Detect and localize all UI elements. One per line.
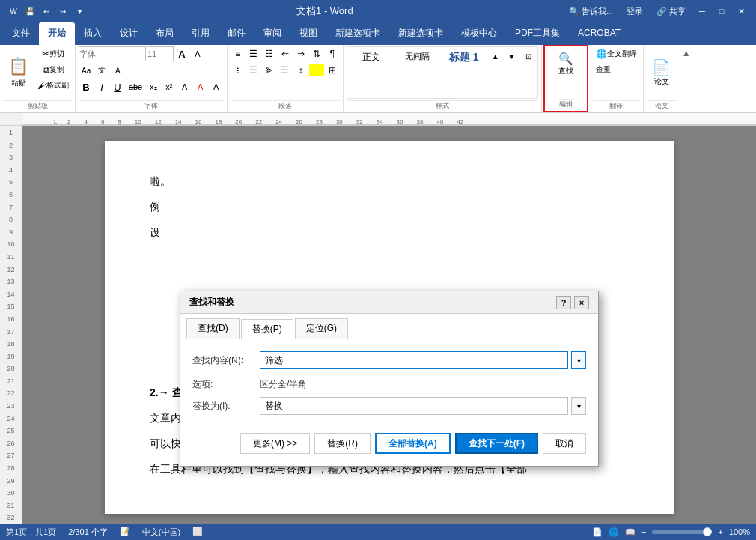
tab-new2[interactable]: 新建选项卡 — [389, 22, 452, 45]
tab-design[interactable]: 设计 — [111, 22, 147, 45]
style-no-space[interactable]: 无间隔 — [395, 49, 440, 97]
decrease-indent-button[interactable]: ⇐ — [278, 46, 293, 61]
font-label-button[interactable]: A — [110, 63, 125, 78]
close-button[interactable]: ✕ — [732, 2, 750, 20]
copy-button[interactable]: ⧉ 复制 — [34, 62, 72, 77]
group-clipboard-label: 剪贴板 — [3, 100, 72, 112]
replace-input[interactable] — [260, 397, 568, 415]
styles-expand[interactable]: ⊡ — [521, 49, 536, 64]
more-button[interactable]: 更多(M) >> — [240, 433, 310, 454]
tab-references[interactable]: 引用 — [183, 22, 219, 45]
tell-me-input[interactable]: 🔍 告诉我... — [563, 6, 619, 17]
borders-button[interactable]: ⊞ — [325, 63, 340, 78]
tab-find[interactable]: 查找(D) — [186, 318, 240, 339]
redo-button[interactable]: ↪ — [55, 4, 70, 19]
zoom-in-button[interactable]: + — [718, 527, 722, 536]
tab-insert[interactable]: 插入 — [75, 22, 111, 45]
ribbon-collapse[interactable]: ▲ — [680, 45, 692, 112]
char-spacing-button[interactable]: A — [209, 79, 224, 94]
view-read-icon[interactable]: 📖 — [625, 527, 635, 537]
increase-indent-button[interactable]: ⇒ — [293, 46, 308, 61]
share-button[interactable]: 🔗 共享 — [650, 6, 692, 17]
font-color-button[interactable]: A — [193, 79, 208, 94]
justify-button[interactable]: ☰ — [278, 63, 293, 78]
numbering-button[interactable]: ☰ — [246, 46, 261, 61]
align-left-button[interactable]: ⫶ — [231, 63, 246, 78]
ribbon-collapse-icon[interactable]: ▲ — [682, 48, 691, 58]
styles-scroll-up[interactable]: ▲ — [488, 49, 503, 64]
clear-format-button[interactable]: Aa — [79, 63, 94, 78]
font-style-button[interactable]: 文 — [94, 63, 109, 78]
show-marks-button[interactable]: ¶ — [325, 46, 340, 61]
decrease-font-button[interactable]: A — [190, 46, 205, 61]
dialog-close-button[interactable]: × — [574, 296, 589, 309]
tab-mailings[interactable]: 邮件 — [219, 22, 254, 45]
group-paper-label: 论文 — [647, 100, 677, 112]
format-painter-button[interactable]: 🖌 格式刷 — [34, 78, 72, 93]
styles-scroll-down[interactable]: ▼ — [504, 49, 519, 64]
replace-button[interactable]: 替换(R) — [314, 433, 371, 454]
tab-view[interactable]: 视图 — [290, 22, 326, 45]
underline-button[interactable]: U — [110, 79, 125, 94]
tab-pdf[interactable]: PDF工具集 — [506, 22, 569, 45]
cut-button[interactable]: ✂ 剪切 — [34, 46, 72, 61]
replace-dropdown-button[interactable]: ▾ — [571, 397, 586, 415]
customize-button[interactable]: ▾ — [72, 4, 87, 19]
copy-label: 复制 — [49, 64, 64, 75]
tab-layout[interactable]: 布局 — [147, 22, 183, 45]
find-button[interactable]: 🔍 查找 — [551, 48, 581, 80]
paste-icon: 📋 — [8, 57, 28, 76]
undo-button[interactable]: ↩ — [39, 4, 54, 19]
font-size-select[interactable] — [147, 46, 174, 61]
save-button[interactable]: 💾 — [22, 4, 37, 19]
replace-all-button[interactable]: 全部替换(A) — [375, 433, 451, 454]
tab-replace[interactable]: 替换(P) — [241, 319, 293, 339]
status-left: 第1页，共1页 2/301 个字 📝 中文(中国) ⬜ — [6, 527, 203, 538]
italic-button[interactable]: I — [94, 79, 109, 94]
align-right-button[interactable]: ⫸ — [262, 63, 277, 78]
status-lang: 中文(中国) — [142, 527, 180, 538]
find-replace-dialog: 查找和替换 ? × 查找(D) 替换(P) 定位(G) 查找内容(N): — [180, 291, 599, 467]
paste-button[interactable]: 📋 粘贴 — [3, 46, 34, 99]
signin-button[interactable]: 登录 — [621, 6, 649, 17]
bold-button[interactable]: B — [79, 79, 94, 94]
style-heading1[interactable]: 标题 1 — [442, 49, 487, 97]
tab-file[interactable]: 文件 — [3, 22, 39, 45]
minimize-button[interactable]: ─ — [693, 2, 711, 20]
ruler-corner — [0, 113, 22, 125]
sort-button[interactable]: ⇅ — [309, 46, 324, 61]
zoom-out-button[interactable]: − — [641, 527, 646, 536]
style-normal[interactable]: 正文 — [349, 49, 394, 97]
paper-button[interactable]: 📄 论文 — [647, 46, 677, 99]
find-next-button[interactable]: 查找下一处(F) — [455, 433, 538, 454]
subscript-button[interactable]: x₂ — [146, 79, 161, 94]
tab-review[interactable]: 审阅 — [254, 22, 290, 45]
zoom-slider[interactable] — [652, 530, 712, 534]
line-spacing-button[interactable]: ↕ — [293, 63, 308, 78]
check-button[interactable]: 查重 — [593, 62, 614, 77]
find-dropdown-button[interactable]: ▾ — [571, 351, 586, 369]
multilevel-list-button[interactable]: ☷ — [262, 46, 277, 61]
cancel-button[interactable]: 取消 — [543, 433, 586, 454]
bullets-button[interactable]: ≡ — [231, 46, 246, 61]
font-name-select[interactable] — [79, 46, 146, 61]
superscript-button[interactable]: x² — [162, 79, 177, 94]
zoom-thumb — [703, 527, 712, 536]
tab-templates[interactable]: 模板中心 — [452, 22, 506, 45]
highlight-button[interactable]: A — [177, 79, 192, 94]
restore-button[interactable]: □ — [713, 2, 731, 20]
view-print-icon[interactable]: 📄 — [592, 527, 603, 537]
group-paragraph: ≡ ☰ ☷ ⇐ ⇒ ⇅ ¶ ⫶ ☰ ⫸ ☰ ↕ ⊞ 段落 — [228, 45, 344, 112]
tab-acrobat[interactable]: ACROBAT — [569, 22, 630, 45]
shading-button[interactable] — [309, 64, 324, 76]
increase-font-button[interactable]: A — [174, 46, 189, 61]
dialog-help-button[interactable]: ? — [556, 296, 571, 309]
tab-home[interactable]: 开始 — [39, 22, 75, 45]
align-center-button[interactable]: ☰ — [246, 63, 261, 78]
find-input[interactable] — [260, 351, 568, 369]
tab-new1[interactable]: 新建选项卡 — [326, 22, 389, 45]
full-translate-button[interactable]: 🌐 全文翻译 — [593, 46, 640, 61]
tab-goto[interactable]: 定位(G) — [295, 318, 348, 339]
view-web-icon[interactable]: 🌐 — [609, 527, 619, 537]
strikethrough-button[interactable]: abc — [126, 79, 145, 94]
